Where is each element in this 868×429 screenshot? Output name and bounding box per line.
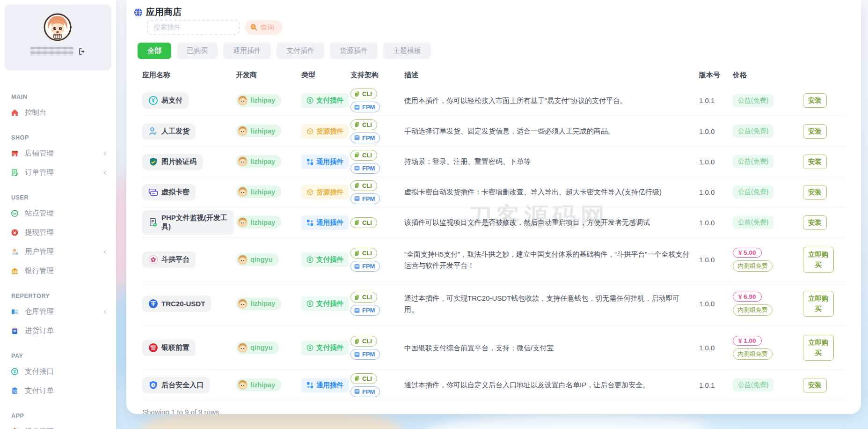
version-cell: 1.0.0 xyxy=(699,300,733,308)
sidebar-item-label: 提现管理 xyxy=(25,228,109,237)
app-name-pill: PHP文件监视(开发工具) xyxy=(142,210,234,235)
arch-badge-cli: CLI xyxy=(350,119,377,130)
arch-badge-cli: CLI xyxy=(350,89,377,99)
sidebar-item-bank-management[interactable]: 银行管理 xyxy=(0,261,116,281)
app-store-globe-icon xyxy=(134,8,143,17)
developer-badge: lizhipay xyxy=(236,94,281,107)
logout-icon[interactable] xyxy=(78,48,86,55)
tab-all[interactable]: 全部 xyxy=(138,43,171,59)
withdraw-icon xyxy=(11,229,19,237)
sidebar-item-payment-orders[interactable]: 支付订单 xyxy=(0,381,116,400)
app-name-pill: 易支付 xyxy=(142,92,189,109)
table-row-php-file-monitor: PHP文件监视(开发工具)lizhipay通用插件CLI该插件可以监视项目文件是… xyxy=(142,207,847,237)
arch-badge-cli: CLI xyxy=(350,373,377,384)
tab-theme-templates[interactable]: 主题模板 xyxy=(383,43,431,59)
app-name-pill: 后台安全入口 xyxy=(142,377,210,393)
pay-api-icon xyxy=(11,368,19,376)
dev-avatar-icon xyxy=(238,156,248,166)
version-cell: 1.0.0 xyxy=(699,188,733,196)
fpm-icon xyxy=(354,134,360,141)
app-name-pill: 图片验证码 xyxy=(142,154,203,170)
price-beta-badge: 内测组免费 xyxy=(733,304,773,316)
query-button-label: 查询 xyxy=(261,23,274,32)
arch-badge-fpm: FPM xyxy=(350,102,380,112)
install-button[interactable]: 安装 xyxy=(803,378,827,392)
table-row-trc20-usdt: TRC20-USDTlizhipay支付插件CLIFPM通过本插件，可实现TRC… xyxy=(142,281,847,325)
developer-badge: lizhipay xyxy=(236,378,281,391)
install-button[interactable]: 安装 xyxy=(803,185,827,200)
plugin-table: 应用名称开发商类型支持架构描述版本号价格 易支付lizhipay支付插件CLIF… xyxy=(142,65,847,400)
sidebar-item-label: 控制台 xyxy=(25,108,109,118)
arch-badge-cli: CLI xyxy=(350,217,377,228)
buy-now-button[interactable]: 立即购买 xyxy=(803,335,834,361)
arch-badge-fpm: FPM xyxy=(350,261,380,272)
sidebar-item-order-management[interactable]: 订单管理 xyxy=(0,163,116,182)
sidebar-item-site-management[interactable]: 站点管理 xyxy=(0,204,116,223)
sidebar-item-shop-management[interactable]: 店铺管理 xyxy=(0,144,116,163)
arch-badge-cli: CLI xyxy=(350,336,377,347)
dev-avatar-icon xyxy=(238,299,248,309)
table-row-dougong-platform: 斗拱平台qingyu支付插件CLIFPM“全面支持H5支付”，取法斗拱之妙，建立… xyxy=(142,237,847,281)
chevron-left-icon xyxy=(102,249,109,255)
install-button[interactable]: 安装 xyxy=(803,155,827,169)
card-key-icon xyxy=(148,187,158,197)
sidebar-item-label: 店铺管理 xyxy=(25,148,96,158)
buy-now-button[interactable]: 立即购买 xyxy=(803,291,834,317)
install-button[interactable]: 安装 xyxy=(803,215,827,230)
app-name-pill: 斗拱平台 xyxy=(142,251,196,268)
sidebar-item-payment-api[interactable]: 支付接口 xyxy=(0,362,116,381)
chevron-left-icon xyxy=(102,150,109,157)
tab-purchased[interactable]: 已购买 xyxy=(177,43,218,59)
table-row-admin-entry-security: 后台安全入口lizhipay通用插件CLIFPM通过本插件，你可以自定义后台入口… xyxy=(142,370,847,400)
arch-cell: CLIFPM xyxy=(350,150,404,174)
tab-payment-plugins[interactable]: 支付插件 xyxy=(277,43,324,59)
arch-badge-fpm: FPM xyxy=(350,305,380,316)
dougong-icon xyxy=(148,255,158,265)
install-button[interactable]: 安装 xyxy=(803,124,827,139)
price-cell: 公益(免费) xyxy=(733,94,803,107)
sidebar-item-label: 插件管理 xyxy=(25,427,109,429)
price-cell: 公益(免费) xyxy=(733,185,803,199)
sidebar-item-dashboard[interactable]: 控制台 xyxy=(0,103,116,122)
price-amount-badge: ¥ 5.00 xyxy=(733,248,762,258)
price-cell: 公益(免费) xyxy=(733,125,803,138)
arch-badge-cli: CLI xyxy=(350,248,377,259)
sidebar-item-plugin-management[interactable]: 插件管理 xyxy=(0,422,116,429)
query-button[interactable]: 查询 xyxy=(245,20,282,35)
tab-supply-plugins[interactable]: 货源插件 xyxy=(330,43,378,59)
install-button[interactable]: 安装 xyxy=(803,93,827,108)
fpm-icon xyxy=(354,195,360,202)
version-cell: 1.0.0 xyxy=(699,158,733,166)
type-supply-icon xyxy=(306,128,314,135)
sidebar-item-label: 用户管理 xyxy=(25,247,96,257)
type-general-icon xyxy=(306,382,314,389)
sidebar-item-user-management[interactable]: 用户管理 xyxy=(0,242,116,261)
file-monitor-icon xyxy=(148,218,158,228)
version-cell: 1.0.0 xyxy=(699,256,733,264)
developer-badge: qingyu xyxy=(236,341,279,354)
sidebar-item-warehouse-management[interactable]: 仓库管理 xyxy=(0,302,116,321)
developer-badge: lizhipay xyxy=(236,185,281,198)
table-row-unionpay-front: 银联银联前置qingyu支付插件CLIFPM中国银联支付综合前置平台，支持：微信… xyxy=(142,325,847,370)
table-body: 易支付lizhipay支付插件CLIFPM使用本插件，你可以轻松接入市面上所有基… xyxy=(142,85,847,400)
version-cell: 1.0.1 xyxy=(699,96,733,104)
version-cell: 1.0.0 xyxy=(699,219,733,227)
fpm-icon xyxy=(354,388,360,395)
username-blurred xyxy=(30,47,73,56)
description-cell: 持场景：登录、注册、重置密码、下单等 xyxy=(404,156,699,167)
sidebar-item-withdrawal-management[interactable]: 提现管理 xyxy=(0,223,116,242)
search-input[interactable] xyxy=(147,20,240,35)
tab-general-plugins[interactable]: 通用插件 xyxy=(223,43,271,59)
price-free-badge: 公益(免费) xyxy=(733,125,773,138)
home-icon xyxy=(11,109,19,117)
arch-badge-fpm: FPM xyxy=(350,163,380,174)
column-header: 描述 xyxy=(404,71,699,80)
column-header: 开发商 xyxy=(236,71,301,80)
arch-cell: CLIFPM xyxy=(350,180,404,204)
table-footer: Showing 1 to 9 of 9 rows xyxy=(142,400,847,414)
buy-now-button[interactable]: 立即购买 xyxy=(803,247,834,273)
sidebar-item-purchase-orders[interactable]: 进货订单 xyxy=(0,321,116,340)
column-header: 支持架构 xyxy=(350,71,404,80)
price-cell: ¥ 1.00内测组免费 xyxy=(733,336,803,360)
developer-badge: lizhipay xyxy=(236,125,281,137)
